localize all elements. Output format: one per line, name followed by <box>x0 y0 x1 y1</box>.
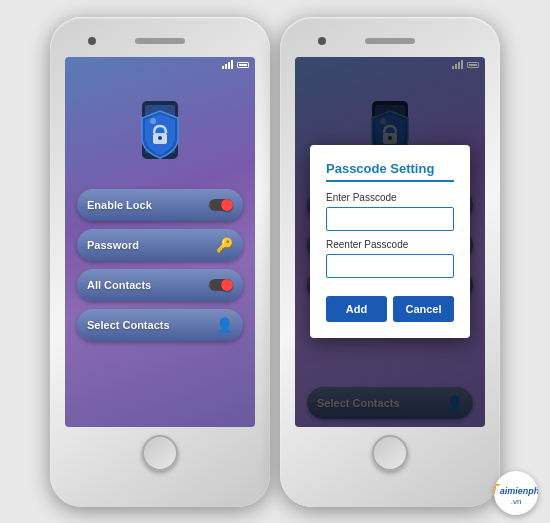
speaker-grille-right <box>365 38 415 44</box>
add-button[interactable]: Add <box>326 296 387 322</box>
status-icons <box>222 60 249 69</box>
dialog-buttons: Add Cancel <box>326 296 454 322</box>
toggle-dot <box>221 199 233 211</box>
reenter-passcode-input[interactable] <box>326 254 454 278</box>
speaker-grille <box>135 38 185 44</box>
toggle-track <box>209 199 233 211</box>
enable-lock-toggle[interactable] <box>209 199 233 211</box>
svg-point-3 <box>158 136 162 140</box>
enter-passcode-input[interactable] <box>326 207 454 231</box>
phones-container: Enable Lock Password 🔑 All Contacts <box>50 17 500 507</box>
phone-left-screen: Enable Lock Password 🔑 All Contacts <box>65 57 255 427</box>
cancel-button[interactable]: Cancel <box>393 296 454 322</box>
signal-icon <box>222 60 233 69</box>
toggle-track-2 <box>209 279 233 291</box>
status-bar-left <box>65 57 255 73</box>
camera-dot-right <box>318 37 326 45</box>
select-contacts-label: Select Contacts <box>87 319 170 331</box>
toggle-dot-2 <box>221 279 233 291</box>
menu-buttons: Enable Lock Password 🔑 All Contacts <box>65 189 255 341</box>
watermark: T aimienphi .vn <box>494 471 538 515</box>
all-contacts-button[interactable]: All Contacts <box>77 269 243 301</box>
phone-left: Enable Lock Password 🔑 All Contacts <box>50 17 270 507</box>
password-button[interactable]: Password 🔑 <box>77 229 243 261</box>
all-contacts-label: All Contacts <box>87 279 151 291</box>
person-icon: 👤 <box>216 317 233 333</box>
watermark-brand: aimienphi <box>500 486 538 496</box>
phone-bottom-right <box>372 435 408 471</box>
password-label: Password <box>87 239 139 251</box>
all-contacts-toggle[interactable] <box>209 279 233 291</box>
svg-point-4 <box>150 118 156 124</box>
phone-bottom-left <box>142 435 178 471</box>
select-contacts-button[interactable]: Select Contacts 👤 <box>77 309 243 341</box>
reenter-passcode-label: Reenter Passcode <box>326 239 454 250</box>
phone-right-screen: Enable Lock Password 🔑 All Contacts <box>295 57 485 427</box>
home-button-right[interactable] <box>372 435 408 471</box>
phone-top-bar <box>58 29 262 53</box>
dialog-title: Passcode Setting <box>326 161 454 182</box>
watermark-domain: .vn <box>511 497 522 506</box>
camera-dot <box>88 37 96 45</box>
app-logo <box>120 93 200 173</box>
home-button-left[interactable] <box>142 435 178 471</box>
enter-passcode-label: Enter Passcode <box>326 192 454 203</box>
enable-lock-label: Enable Lock <box>87 199 152 211</box>
passcode-dialog: Passcode Setting Enter Passcode Reenter … <box>310 145 470 338</box>
enable-lock-button[interactable]: Enable Lock <box>77 189 243 221</box>
phone-right: Enable Lock Password 🔑 All Contacts <box>280 17 500 507</box>
phone-top-bar-right <box>288 29 492 53</box>
key-icon: 🔑 <box>216 237 233 253</box>
battery-icon <box>237 62 249 68</box>
dialog-overlay: Passcode Setting Enter Passcode Reenter … <box>295 57 485 427</box>
